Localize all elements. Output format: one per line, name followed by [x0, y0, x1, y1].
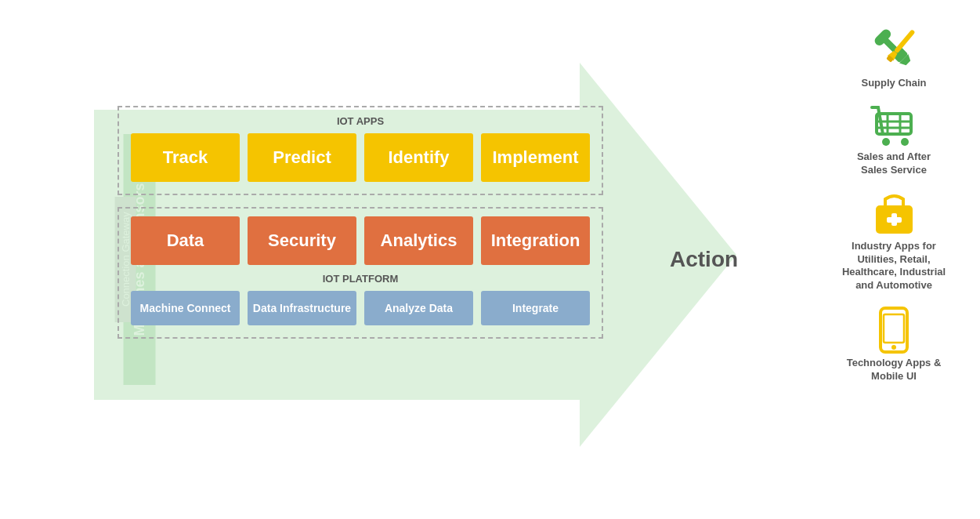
machine-connect-tile: Machine Connect — [131, 291, 240, 325]
svg-rect-5 — [894, 29, 916, 53]
svg-point-13 — [882, 138, 890, 146]
svg-rect-19 — [884, 314, 904, 343]
track-tile: Track — [131, 133, 240, 182]
supply-chain-item: Supply Chain — [861, 24, 926, 90]
platform-middle-row: Data Security Analytics Integration — [131, 216, 590, 265]
sales-service-icon — [870, 104, 917, 147]
svg-point-14 — [901, 138, 909, 146]
sales-service-item: Sales and AfterSales Service — [857, 104, 931, 177]
industry-apps-label: Industry Apps forUtilities, Retail,Healt… — [842, 240, 946, 293]
tech-apps-item: Technology Apps &Mobile UI — [847, 307, 942, 383]
industry-apps-icon — [873, 191, 916, 237]
predict-tile: Predict — [248, 133, 356, 182]
svg-point-20 — [891, 345, 896, 350]
integrate-tile: Integrate — [481, 291, 590, 325]
analyze-data-tile: Analyze Data — [364, 291, 473, 325]
sales-service-label: Sales and AfterSales Service — [857, 151, 931, 177]
iot-platform-label: IOT PLATFORM — [131, 273, 590, 285]
action-label: Action — [670, 247, 738, 272]
iot-apps-tiles-row: Track Predict Identify Implement — [131, 133, 590, 182]
security-tile: Security — [248, 216, 356, 265]
identify-tile: Identify — [364, 133, 473, 182]
tech-apps-icon — [877, 307, 910, 354]
iot-arrow-diagram: IOT APPS Track Predict Identify Implemen… — [94, 63, 736, 447]
industry-apps-item: Industry Apps forUtilities, Retail,Healt… — [842, 191, 946, 293]
supply-chain-label: Supply Chain — [861, 77, 926, 90]
integration-tile: Integration — [481, 216, 590, 265]
data-infrastructure-tile: Data Infrastructure — [248, 291, 356, 325]
iot-platform-box: Data Security Analytics Integration IOT … — [118, 207, 603, 339]
analytics-tile: Analytics — [364, 216, 473, 265]
iot-apps-label: IOT APPS — [131, 115, 590, 127]
right-icons-panel: Supply Chain Sales and AfterSales Servic… — [823, 24, 964, 383]
iot-apps-box: IOT APPS Track Predict Identify Implemen… — [118, 106, 603, 195]
tech-apps-label: Technology Apps &Mobile UI — [847, 357, 942, 383]
data-tile: Data — [131, 216, 240, 265]
svg-rect-17 — [887, 217, 902, 223]
supply-chain-icon — [869, 24, 919, 74]
implement-tile: Implement — [481, 133, 590, 182]
platform-bottom-row: Machine Connect Data Infrastructure Anal… — [131, 291, 590, 325]
